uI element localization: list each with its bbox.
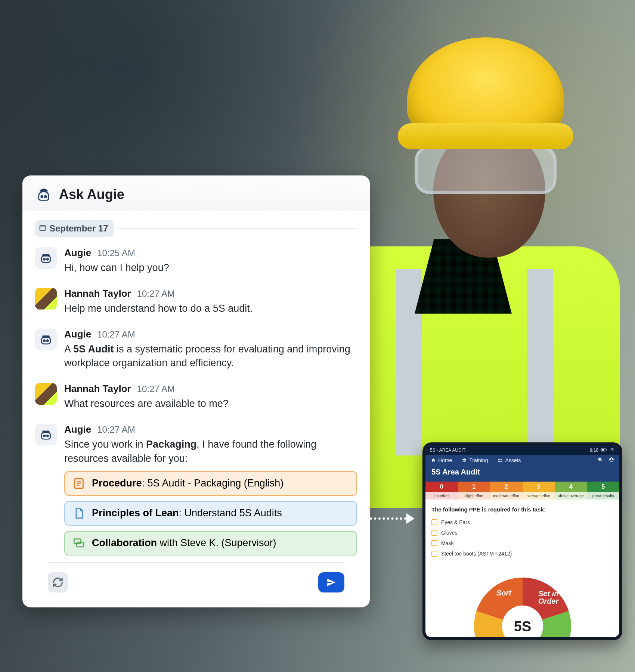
svg-point-0 — [41, 196, 43, 197]
svg-point-22 — [598, 458, 601, 460]
chat-message: Augie 10:25 AM Hi, how can I help you? — [35, 247, 357, 275]
message-sender: Hannah Taylor — [64, 383, 131, 395]
augie-bot-icon — [35, 186, 52, 203]
message-text: Help me understand how to do a 5S audit. — [64, 302, 357, 316]
tablet-status-bar: 5S - AREA AUDIT 8:16 — [425, 445, 619, 455]
message-sender: Hannah Taylor — [64, 288, 131, 299]
message-time: 10:27 AM — [137, 289, 175, 299]
svg-point-7 — [43, 340, 45, 341]
score-3[interactable]: 3average effort — [523, 482, 555, 500]
avatar-user — [35, 288, 57, 309]
status-app-name: 5S - AREA AUDIT — [430, 448, 465, 453]
ppe-item[interactable]: Gloves — [431, 528, 613, 538]
score-1[interactable]: 1slight effort — [458, 482, 490, 500]
avatar-augie — [35, 424, 57, 445]
chat-body: September 17 Augie 10:25 AM Hi, how can … — [22, 211, 370, 607]
tablet-device: 5S - AREA AUDIT 8:16 Home Training — [422, 442, 622, 640]
message-time: 10:27 AM — [97, 424, 135, 435]
chat-widget: Ask Augie September 17 Augie 10:25 AM — [22, 175, 370, 607]
chat-title: Ask Augie — [59, 187, 124, 202]
score-4[interactable]: 4above average — [555, 482, 587, 500]
chat-header: Ask Augie — [22, 175, 370, 211]
svg-rect-19 — [501, 459, 502, 460]
message-sender: Augie — [64, 424, 91, 435]
svg-rect-13 — [74, 539, 81, 544]
wifi-icon — [610, 447, 615, 453]
ppe-item[interactable]: Eyes & Ears — [431, 517, 613, 528]
score-scale: 0no effort 1slight effort 2moderate effo… — [425, 482, 619, 500]
score-5[interactable]: 5great results — [587, 482, 620, 500]
tablet-nav: Home Training Assets — [425, 455, 619, 466]
checkbox[interactable] — [431, 519, 437, 525]
message-sender: Augie — [64, 329, 91, 340]
message-time: 10:27 AM — [97, 329, 135, 340]
message-text: A 5S Audit is a systematic process for e… — [64, 342, 357, 371]
resource-label: Principles of Lean: Understand 5S Audits — [92, 507, 282, 519]
svg-rect-17 — [601, 449, 604, 451]
message-time: 10:27 AM — [137, 384, 175, 394]
avatar-augie — [35, 329, 57, 350]
worker-illustration — [344, 15, 605, 463]
svg-point-11 — [47, 435, 48, 436]
search-icon[interactable] — [598, 457, 603, 463]
tablet-page-title: 5S Area Audit — [425, 466, 619, 482]
message-text: What resources are available to me? — [64, 397, 357, 411]
list-icon — [72, 477, 85, 490]
chat-message: Augie 10:27 AM A 5S Audit is a systemati… — [35, 329, 357, 371]
svg-rect-6 — [41, 337, 51, 344]
svg-point-24 — [611, 458, 612, 460]
nav-training[interactable]: Training — [462, 457, 488, 463]
svg-point-8 — [47, 340, 48, 341]
status-time: 8:16 — [590, 448, 598, 453]
chat-message: Hannah Taylor 10:27 AM Help me understan… — [35, 288, 357, 316]
ppe-item[interactable]: Mask — [431, 538, 613, 548]
svg-point-1 — [44, 196, 46, 197]
score-0[interactable]: 0no effort — [425, 482, 458, 500]
svg-rect-9 — [41, 433, 51, 439]
message-time: 10:25 AM — [97, 248, 135, 258]
chat-bubbles-icon — [72, 537, 85, 550]
battery-icon — [601, 448, 607, 453]
send-button[interactable] — [318, 572, 344, 592]
checkbox[interactable] — [431, 540, 437, 546]
document-icon — [72, 507, 85, 520]
nav-assets[interactable]: Assets — [498, 457, 521, 463]
svg-rect-18 — [498, 459, 500, 460]
svg-point-5 — [47, 258, 48, 260]
refresh-button[interactable] — [48, 572, 68, 592]
resource-card-procedure[interactable]: Procedure: 5S Audit - Packaging (English… — [64, 471, 357, 496]
five-s-wheel: 5S Sort Set inOrder — [431, 559, 613, 637]
svg-rect-2 — [40, 225, 46, 230]
profile-icon[interactable] — [609, 457, 614, 463]
checkbox[interactable] — [431, 530, 437, 536]
wheel-center: 5S — [514, 619, 531, 634]
message-sender: Augie — [64, 247, 91, 259]
svg-point-4 — [43, 258, 45, 260]
ppe-heading: The following PPE is required for this t… — [431, 506, 613, 513]
svg-rect-3 — [41, 256, 51, 263]
nav-home[interactable]: Home — [431, 457, 452, 463]
chat-message: Hannah Taylor 10:27 AM What resources ar… — [35, 383, 357, 411]
resource-label: Collaboration with Steve K. (Supervisor) — [92, 537, 276, 549]
resource-card-collaboration[interactable]: Collaboration with Steve K. (Supervisor) — [64, 531, 357, 556]
calendar-icon — [39, 223, 46, 234]
chat-footer — [48, 562, 344, 604]
svg-rect-14 — [77, 542, 83, 547]
svg-text:Set inOrder: Set inOrder — [538, 589, 559, 605]
resource-label: Procedure: 5S Audit - Packaging (English… — [92, 477, 284, 489]
chat-date: September 17 — [49, 223, 108, 234]
avatar-augie — [35, 247, 57, 269]
arrow-to-tablet — [370, 514, 415, 523]
message-text: Since you work in Packaging, I have foun… — [64, 438, 357, 466]
resource-card-principles[interactable]: Principles of Lean: Understand 5S Audits — [64, 501, 357, 526]
message-text: Hi, how can I help you? — [64, 261, 357, 275]
avatar-user — [35, 383, 57, 405]
svg-point-10 — [43, 435, 45, 436]
score-2[interactable]: 2moderate effort — [490, 482, 523, 500]
ppe-item[interactable]: Steel toe boots (ASTM F2412) — [431, 548, 613, 559]
chat-message: Augie 10:27 AM Since you work in Packagi… — [35, 424, 357, 556]
svg-text:Sort: Sort — [496, 589, 512, 597]
svg-rect-21 — [501, 461, 502, 462]
svg-rect-20 — [498, 461, 500, 462]
checkbox[interactable] — [431, 551, 437, 557]
